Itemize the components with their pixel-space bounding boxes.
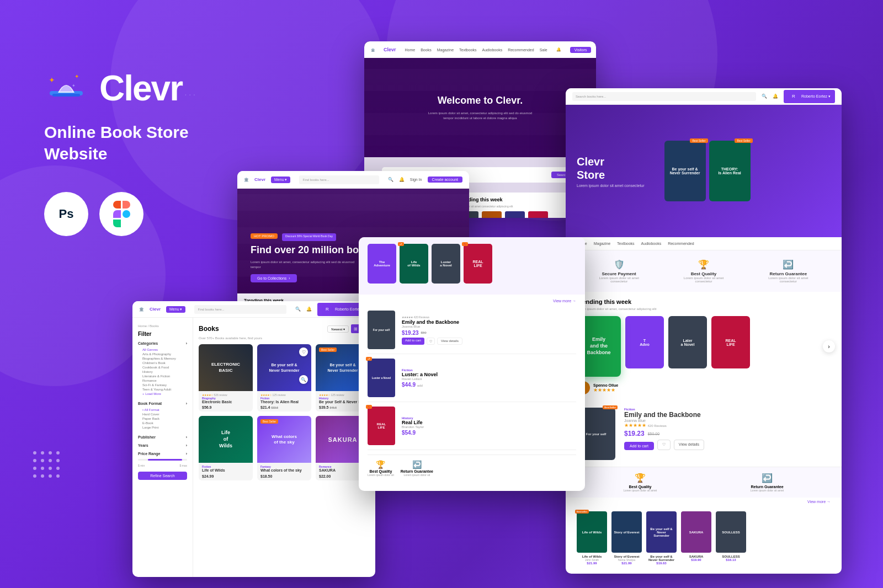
filter-fmt-hard[interactable]: Hard Cover bbox=[138, 412, 187, 416]
mid-hero-desc: Lorem ipsum dolor sit amet, consectetur … bbox=[251, 260, 361, 270]
filter-cat-romance[interactable]: Romance bbox=[138, 378, 187, 383]
view-more-listings[interactable]: View more → bbox=[368, 299, 576, 303]
catalog-book-1[interactable]: ELECTRONICBASIC ★★★★☆ 526 review Biograp… bbox=[199, 344, 253, 411]
t-book-3[interactable]: Latera Novel bbox=[668, 316, 707, 368]
view-details-link[interactable]: View details bbox=[674, 440, 704, 450]
photoshop-badge: Ps bbox=[44, 192, 88, 236]
bb-cover-4[interactable]: SAKURA bbox=[681, 511, 711, 553]
bb-wilds[interactable]: Lifeof Wilds +7 bbox=[400, 244, 428, 284]
mid-collections-btn[interactable]: Go to Collections › bbox=[251, 274, 297, 282]
books-grid: ELECTRONICBASIC ★★★★☆ 526 review Biograp… bbox=[199, 344, 370, 480]
hero-books-display: Be your self &Never Surrender Best Selle… bbox=[664, 141, 751, 201]
mid-create-account-btn[interactable]: Create account bbox=[428, 177, 462, 183]
detail-pricing: $19.23 $50.00 bbox=[624, 430, 831, 437]
right-search[interactable]: Search books here... bbox=[572, 92, 756, 101]
price-slider[interactable] bbox=[138, 459, 187, 461]
bottom-return-desc: Lorem ipsum dolor sit bbox=[401, 473, 433, 477]
wishlist-icon-2[interactable]: ♡ bbox=[299, 348, 308, 356]
mid-search-input[interactable]: Find books here... bbox=[299, 175, 379, 184]
catalog-header: Books Newest ▾ ⊞ ☰ bbox=[199, 324, 370, 333]
filter-categories: Categories› All Genres Arts & Photograph… bbox=[138, 341, 187, 396]
trending-book-4: SuchFunAge bbox=[482, 211, 502, 218]
trending-carousel: Emilyand theBackbone TAdvo Latera Novel … bbox=[577, 316, 831, 377]
carousel-next-btn[interactable]: › bbox=[823, 340, 835, 352]
filter-format-label[interactable]: Book Format› bbox=[138, 402, 187, 405]
t-book-2[interactable]: TAdvo bbox=[625, 316, 664, 368]
trending-book-6: REALLIFE bbox=[528, 211, 548, 218]
bb-cover-1[interactable]: Bestseller Life of Wilds bbox=[577, 511, 607, 553]
quality-icon: 🏆 bbox=[682, 259, 726, 270]
right-user-btn[interactable]: R Roberto Eortez ▾ bbox=[784, 90, 835, 103]
filter-cat-cookbook[interactable]: Cookbook & Food bbox=[138, 365, 187, 370]
listing-author-emily: Joanna Blue bbox=[402, 325, 576, 328]
nav-magazine[interactable]: Magazine bbox=[594, 242, 610, 245]
bb-price-2: $21.99 bbox=[611, 562, 642, 565]
catalog-nav-menu[interactable]: Menu ▾ bbox=[166, 306, 185, 313]
app-name: Clevr · · · bbox=[99, 68, 195, 109]
bestseller-badge-2: Best Seller bbox=[735, 138, 752, 143]
wishlist-emily[interactable]: ♡ bbox=[427, 338, 435, 345]
detail-author: Joanna Blue bbox=[624, 419, 831, 423]
sort-dropdown[interactable]: Newest ▾ bbox=[327, 325, 349, 333]
detail-info: Fiction Emily and the Backbone Joanna Bl… bbox=[624, 408, 831, 460]
listing-title-emily: Emily and the Backbone bbox=[402, 319, 576, 325]
add-to-cart-detail-btn[interactable]: Add to cart bbox=[624, 442, 654, 450]
bb-cover-3[interactable]: Be your self &Never Surrender bbox=[646, 511, 677, 553]
filter-cat-history[interactable]: History bbox=[138, 370, 187, 374]
view-details-emily[interactable]: View details bbox=[437, 338, 462, 345]
bb-cover-5[interactable]: SOULLESS bbox=[716, 511, 746, 553]
refine-search-btn[interactable]: Refine Search bbox=[138, 472, 187, 480]
reviewer-info: Spenno Ollue ★★★★★ bbox=[593, 383, 618, 393]
catalog-book-4[interactable]: LifeofWilds Fiction Life of Wilds $24.99 bbox=[199, 416, 253, 480]
filter-cat-lit[interactable]: Literature & Fiction bbox=[138, 374, 187, 378]
filter-cat-bio[interactable]: Biographies & Memory bbox=[138, 356, 187, 361]
filter-fmt-paper[interactable]: Paper Back bbox=[138, 416, 187, 421]
hero-book-2-wrapper: THEORY:Is Alien Real Best Seller bbox=[709, 141, 751, 201]
books-display-top: TheAdventure Lifeof Wilds +7 Lustera Nov… bbox=[359, 237, 585, 295]
books-big-panel: TheAdventure Lifeof Wilds +7 Lustera Nov… bbox=[359, 237, 585, 491]
bb-luster[interactable]: Lustera Novel bbox=[432, 244, 460, 284]
t-book-4-wrapper: REALLIFE bbox=[711, 316, 750, 377]
listing-cover-emily: For your self bbox=[368, 311, 395, 349]
add-to-cart-emily[interactable]: Add to cart bbox=[402, 338, 424, 345]
catalog-search[interactable]: Find books here... bbox=[194, 305, 286, 314]
bb-cover-2[interactable]: Story of Everest bbox=[611, 511, 642, 553]
filter-cat-children[interactable]: Children's Book bbox=[138, 361, 187, 365]
catalog-book-5[interactable]: Best Seller What colorsof the sky Fantas… bbox=[257, 416, 311, 480]
listing-author-real-life: Brandon Taylor bbox=[402, 425, 576, 429]
svg-text:✦: ✦ bbox=[75, 73, 79, 79]
t-book-real-life[interactable]: REALLIFE bbox=[711, 316, 750, 368]
filter-years-label[interactable]: Years› bbox=[138, 443, 187, 447]
hero-nav-cta[interactable]: Visitors bbox=[570, 47, 592, 53]
trending-book-5: Crystal bbox=[505, 211, 525, 218]
view-more-link[interactable]: View more → bbox=[566, 498, 842, 506]
filter-cat-all[interactable]: All Genres bbox=[138, 348, 187, 352]
filter-cat-teen[interactable]: Teen & Young Adult bbox=[138, 387, 187, 392]
nav-recommended[interactable]: Recommended bbox=[668, 242, 694, 245]
filter-cat-scifi[interactable]: Sci-Fi & Fantasy bbox=[138, 383, 187, 387]
listing-price-luster: $44.9 add bbox=[402, 382, 576, 388]
bottom-trust-quality: 🏆 Best Quality Lorem ipsum dolor sit bbox=[368, 459, 394, 477]
right-panel: Search books here... 🔍 🔔 R Roberto Eorte… bbox=[566, 88, 842, 574]
filter-categories-label[interactable]: Categories› bbox=[138, 341, 187, 345]
trust-return: ↩️ Return Guarantee Lorem ipsum dolor si… bbox=[766, 259, 810, 283]
bottom-trust-return: ↩️ Return Guarantee Lorem ipsum dolor si… bbox=[401, 459, 433, 477]
right-nav: Search books here... 🔍 🔔 R Roberto Eorte… bbox=[566, 88, 842, 105]
filter-publisher-label[interactable]: Publisher› bbox=[138, 435, 187, 439]
nav-textbooks[interactable]: Textbooks bbox=[617, 242, 635, 245]
filter-fmt-large[interactable]: Large Print bbox=[138, 425, 187, 430]
catalog-book-2[interactable]: Be your self &Never Surrender ★★★★☆ 125 … bbox=[257, 344, 311, 411]
filter-price-label[interactable]: Price Range› bbox=[138, 452, 187, 456]
filter-cat-more[interactable]: + Load More bbox=[138, 392, 187, 396]
bb-real-life[interactable]: 🔖 REALLIFE bbox=[464, 244, 492, 284]
bb-adventure[interactable]: TheAdventure bbox=[368, 244, 396, 284]
nav-audiobooks[interactable]: Audiobooks bbox=[641, 242, 662, 245]
mid-nav-menu[interactable]: Menu ▾ bbox=[271, 177, 290, 183]
promo-badge: HOT PROMO bbox=[251, 233, 278, 239]
filter-fmt-ebook[interactable]: E-Book bbox=[138, 421, 187, 425]
filter-fmt-all[interactable]: • All Format bbox=[138, 408, 187, 412]
bestseller-tag-5: Best Seller bbox=[260, 419, 278, 424]
filter-cat-arts[interactable]: Arts & Photography bbox=[138, 352, 187, 356]
wishlist-btn[interactable]: ♡ bbox=[657, 440, 671, 450]
return-desc: Lorem ipsum dolor sit amet consectetur bbox=[766, 276, 810, 283]
